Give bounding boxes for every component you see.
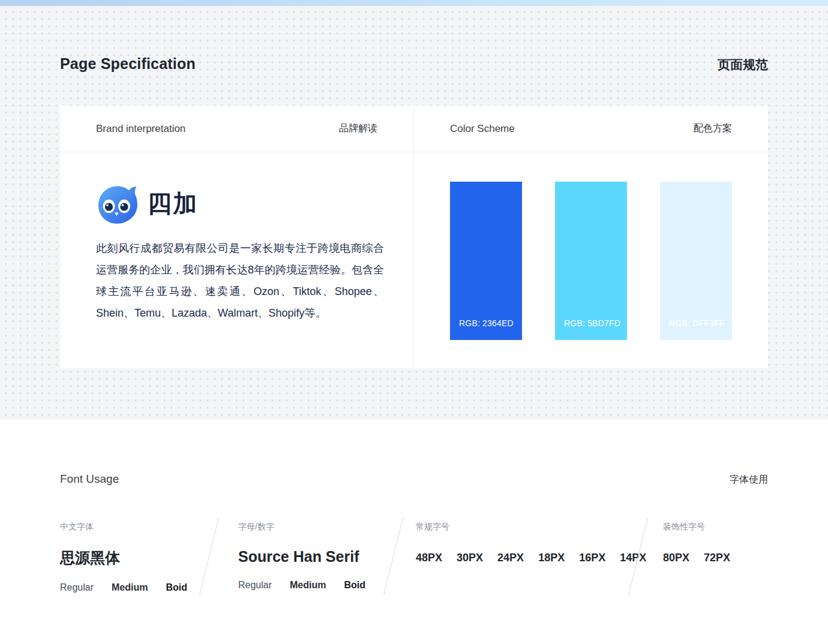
size-item: 48PX <box>416 552 442 564</box>
size-item: 14PX <box>620 552 646 564</box>
brand-name: 四加 <box>148 187 198 220</box>
font-weights: Regular Medium Boid <box>238 580 365 591</box>
color-header-en: Color Scheme <box>450 123 515 135</box>
font-column-label: 字母/数字 <box>238 522 365 532</box>
size-item: 18PX <box>538 552 565 564</box>
weight-regular: Regular <box>60 582 94 593</box>
font-column-value: Source Han Serif <box>238 548 365 565</box>
font-column-decorative-sizes: 装饰性字号 80PX 72PX <box>663 522 730 564</box>
size-item: 30PX <box>457 552 483 564</box>
font-weights: Regular Medium Boid <box>60 582 187 593</box>
color-header-zh: 配色方案 <box>694 122 732 135</box>
weight-bold: Boid <box>166 582 187 593</box>
brand-interpretation-panel: Brand interpretation 品牌解读 <box>60 106 414 368</box>
weight-medium: Medium <box>112 582 148 593</box>
font-column-value: 思源黑体 <box>60 548 187 568</box>
brand-description: 此刻风行成都贸易有限公司是一家长期专注于跨境电商综合运营服务的企业，我们拥有长达… <box>96 237 384 324</box>
color-scheme-panel: Color Scheme 配色方案 RGB: 2364ED RGB: 5BD7F… <box>414 106 768 368</box>
weight-bold: Boid <box>344 580 365 591</box>
page-title-zh: 页面规范 <box>718 56 768 73</box>
brand-panel-body: 四加 此刻风行成都贸易有限公司是一家长期专注于跨境电商综合运营服务的企业，我们拥… <box>60 152 413 324</box>
size-item: 16PX <box>579 552 605 564</box>
diagonal-divider <box>199 518 219 595</box>
page-header: Page Specification 页面规范 <box>60 55 768 73</box>
brand-row: 四加 <box>96 182 383 224</box>
font-column-label: 常规字号 <box>416 522 646 532</box>
swatch-label: RGB: DFF3FF <box>669 318 724 328</box>
color-swatch-secondary: RGB: 5BD7FD <box>555 182 627 340</box>
font-usage-title: Font Usage <box>60 473 119 486</box>
weight-medium: Medium <box>290 580 326 591</box>
brand-panel-header: Brand interpretation 品牌解读 <box>60 106 413 152</box>
font-column-label: 中文字体 <box>60 522 187 532</box>
font-column-regular-sizes: 常规字号 48PX 30PX 24PX 18PX 16PX 14PX <box>416 522 646 564</box>
weight-regular: Regular <box>238 580 272 591</box>
specification-card: Brand interpretation 品牌解读 <box>60 106 768 368</box>
font-column-latin: 字母/数字 Source Han Serif Regular Medium Bo… <box>238 522 365 591</box>
brand-header-en: Brand interpretation <box>96 123 185 135</box>
brand-header-zh: 品牌解读 <box>339 122 377 135</box>
font-usage-title-zh: 字体使用 <box>730 474 768 486</box>
font-column-label: 装饰性字号 <box>663 522 730 532</box>
color-panel-header: Color Scheme 配色方案 <box>414 106 768 152</box>
swatch-row: RGB: 2364ED RGB: 5BD7FD RGB: DFF3FF <box>414 152 768 340</box>
font-usage-header: Font Usage 字体使用 <box>60 473 768 486</box>
size-item: 72PX <box>704 552 730 564</box>
diagonal-divider <box>383 518 403 595</box>
size-item: 24PX <box>497 552 524 564</box>
font-sizes: 48PX 30PX 24PX 18PX 16PX 14PX <box>416 552 646 564</box>
page-title: Page Specification <box>60 55 196 73</box>
color-swatch-primary: RGB: 2364ED <box>450 182 522 340</box>
color-swatch-tertiary: RGB: DFF3FF <box>660 182 732 340</box>
brand-logo-icon <box>96 182 138 224</box>
font-sizes: 80PX 72PX <box>663 552 730 564</box>
size-item: 80PX <box>663 552 689 564</box>
swatch-label: RGB: 5BD7FD <box>564 318 620 328</box>
swatch-label: RGB: 2364ED <box>459 318 514 328</box>
top-accent-bar <box>0 0 828 6</box>
font-column-chinese: 中文字体 思源黑体 Regular Medium Boid <box>60 522 187 593</box>
